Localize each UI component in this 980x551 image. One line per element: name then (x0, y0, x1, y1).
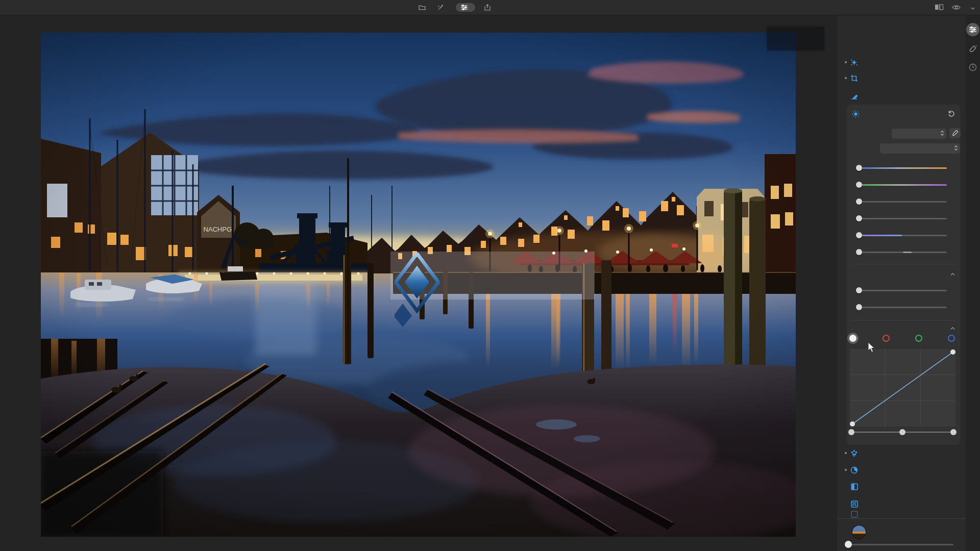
preset-amount-thumb[interactable] (845, 541, 852, 548)
compare-before-after-icon[interactable] (935, 3, 944, 12)
eyedropper-button[interactable] (949, 128, 961, 138)
preset-thumbnail[interactable] (852, 525, 866, 539)
export-icon (484, 4, 491, 11)
slider-thumb[interactable] (856, 249, 862, 255)
slider-track[interactable] (859, 167, 947, 169)
section-schwarz-weisstoene[interactable] (852, 269, 955, 278)
right-toolbar-strip (966, 15, 980, 551)
edit-sliders-icon (461, 5, 468, 10)
preset-amount-slider[interactable] (848, 541, 953, 547)
tool-label (861, 511, 862, 518)
curves-range-slider (851, 429, 953, 435)
channel-red-button[interactable] (883, 335, 890, 342)
watermark-logo-icon (395, 253, 439, 328)
panel-header[interactable] (847, 109, 960, 120)
slider-track[interactable] (859, 235, 947, 236)
color-wheel-icon (850, 466, 858, 474)
sliders-icon (969, 27, 976, 33)
tool-item-bildaufbau[interactable] (837, 73, 966, 83)
tool-item-farbe[interactable] (837, 465, 966, 475)
tool-label (861, 466, 862, 473)
histogram-overlay[interactable] (767, 27, 824, 50)
slider-thumb[interactable] (856, 304, 862, 310)
tool-label (861, 92, 862, 99)
watermark-band (390, 252, 595, 299)
tool-label (861, 449, 862, 457)
clock-icon (969, 63, 977, 71)
slider-thumb[interactable] (856, 182, 862, 188)
mid-point-handle[interactable] (899, 429, 905, 435)
tool-item-details[interactable] (837, 499, 966, 509)
slider-track[interactable] (859, 252, 947, 253)
tab-bearbeiten[interactable] (456, 3, 475, 12)
channel-green-button[interactable] (915, 335, 922, 342)
channel-luminance-button[interactable] (849, 335, 856, 342)
structure-dots-icon (850, 449, 858, 457)
slider-track[interactable] (859, 201, 947, 203)
tool-label (861, 500, 862, 508)
slider-track[interactable] (859, 218, 947, 219)
zoom-level-control[interactable] (969, 4, 975, 11)
brush-masking-button[interactable] (966, 42, 979, 56)
white-balance-select[interactable] (892, 129, 946, 139)
slider-track[interactable] (859, 290, 947, 291)
sun-icon (852, 110, 860, 120)
details-checker-icon (850, 500, 858, 508)
channel-blue-button[interactable] (948, 335, 955, 342)
profile-select[interactable] (880, 143, 960, 154)
photo-canvas[interactable]: NACHPG. (41, 33, 796, 537)
tool-label (861, 74, 862, 82)
slider-thumb[interactable] (856, 287, 862, 293)
tab-exportieren[interactable] (484, 4, 493, 11)
slider-weisstoene (859, 280, 947, 295)
reset-undo-icon[interactable] (947, 110, 955, 119)
history-button[interactable] (966, 61, 979, 74)
tool-item-strukt[interactable] (837, 448, 966, 458)
tab-katalog[interactable] (419, 5, 428, 10)
select-stepper-icon (954, 145, 958, 153)
white-point-handle[interactable] (950, 429, 957, 435)
white-balance-row (859, 128, 948, 139)
tools-sidebar (837, 15, 966, 551)
tool-label (861, 59, 862, 66)
edited-indicator-dot (845, 452, 847, 454)
slider-track[interactable] (859, 184, 947, 186)
curves-channel-selector (847, 333, 960, 343)
slider-thumb[interactable] (856, 215, 862, 221)
chevron-up-icon (950, 323, 955, 332)
curve-point-black[interactable] (850, 421, 855, 427)
folder-icon (419, 5, 426, 10)
slider-thumb[interactable] (856, 198, 862, 205)
brush-icon (969, 45, 977, 53)
slider-thumb[interactable] (856, 165, 862, 171)
edit-panel-button[interactable] (966, 23, 979, 36)
tool-label (861, 483, 862, 490)
chevron-down-icon (971, 4, 975, 11)
curve-point-white[interactable] (950, 349, 955, 355)
black-point-handle[interactable] (848, 429, 854, 435)
belichtung-panel (847, 105, 960, 445)
tool-item-enhance[interactable] (837, 57, 966, 67)
templates-wand-icon (437, 4, 444, 11)
slider-belichtung (859, 191, 947, 206)
slider-track[interactable] (859, 307, 947, 308)
tool-item-radieren[interactable] (837, 91, 966, 101)
profile-row (859, 143, 948, 154)
enhance-sparkle-icon (850, 59, 858, 66)
crop-icon (850, 74, 858, 82)
chevron-up-icon (950, 269, 955, 278)
tool-item-schwarz-weiss[interactable] (837, 482, 966, 492)
tool-item-bildrauschen[interactable] (837, 509, 966, 519)
preset-bar (837, 518, 966, 551)
edited-indicator-dot (845, 469, 847, 471)
slider-schatten (859, 241, 947, 257)
tab-vorlagen[interactable] (437, 4, 447, 11)
preview-eye-icon[interactable] (952, 3, 961, 12)
curve-line (852, 352, 953, 424)
top-bar (0, 0, 980, 15)
slider-thumb[interactable] (856, 232, 862, 238)
denoise-icon (850, 511, 858, 518)
section-kurven[interactable] (852, 323, 955, 332)
curves-editor[interactable] (850, 349, 955, 427)
slider-faerbung (859, 174, 947, 189)
